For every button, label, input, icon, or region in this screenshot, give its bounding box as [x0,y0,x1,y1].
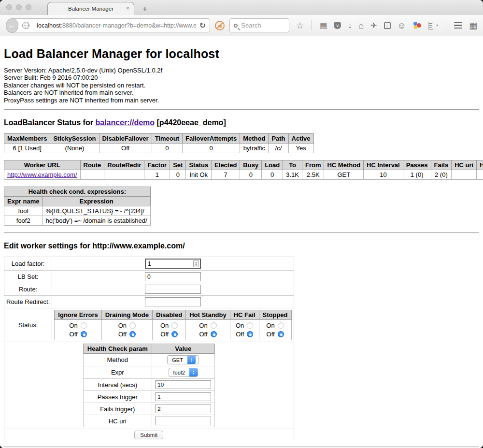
chevron-down-icon[interactable]: ▾ [436,23,438,28]
form-row-load-factor: Load factor: ▲▼ [4,257,294,271]
draining-mode-off-radio[interactable] [129,331,136,337]
param-label: Fails trigger) [83,403,152,415]
ignore-errors-off-radio[interactable] [81,331,87,337]
tab-balancer-manager[interactable]: Balancer Manager × [47,2,134,15]
battery-extension-icon[interactable] [428,22,433,29]
column-header: From [302,160,324,170]
stopped-on-radio[interactable] [278,322,284,329]
column-header: DisableFailover [99,134,152,144]
toolbar-divider [312,20,312,31]
load-factor-input[interactable] [145,259,201,269]
search-placeholder: Search [241,22,261,29]
selected-value: GET [168,356,187,364]
column-header: Method [240,134,269,144]
colored-dots-extension-icon[interactable] [413,22,421,29]
hc-fail-on-radio[interactable] [247,322,253,329]
pocket-icon[interactable]: ∨ [334,22,341,29]
form-row-route: Route: [4,283,294,296]
reload-icon[interactable]: ↻ [199,21,206,30]
param-label: HC uri [83,415,152,427]
bookmark-star-icon[interactable]: ☆ [296,22,304,29]
column-header: Worker URL [4,160,81,170]
column-header: Active [288,134,313,144]
new-tab-button[interactable]: + [142,5,147,13]
cell-timeout: 0 [152,144,182,153]
expr-select[interactable]: foof2▲▼ [169,368,198,377]
selected-value: foof2 [169,368,189,376]
passes-trigger-input[interactable] [155,392,211,401]
worker-table: Worker URL Route RouteRedir Factor Set S… [4,160,483,180]
stopped-off-radio[interactable] [278,331,284,337]
disabled-off-radio[interactable] [171,331,178,337]
tab-close-icon[interactable]: × [126,5,129,11]
info-line: Server Built: Feb 9 2016 07:00:20 [4,74,479,81]
balancer-demo-link[interactable]: balancer://demo [95,118,155,127]
cell-stickysession: (None) [50,144,99,153]
cell-path: /c/ [269,144,288,153]
lb-set-input[interactable] [145,272,201,281]
cell-from: 2.5K [302,170,324,180]
edit-worker-heading: Edit worker settings for http://www.exam… [4,242,479,250]
reading-list-icon[interactable]: ▤ [320,22,327,29]
expr-row: foof %{REQUEST_STATUS} =~ /^[234]/ [4,206,151,216]
form-row-route-redirect: Route Redirect: [4,296,294,308]
method-select[interactable]: GET▲▼ [167,355,199,364]
send-plane-icon[interactable]: ✈ [370,22,377,29]
ignore-errors-on-radio[interactable] [81,322,87,329]
hot-standby-off-radio[interactable] [211,331,217,337]
info-line: Server Version: Apache/2.5.0-dev (Unix) … [4,67,479,74]
draining-mode-on-radio[interactable] [129,322,136,329]
column-header: Status [186,160,212,170]
cell-expression: %{REQUEST_STATUS} =~ /^[234]/ [43,206,150,216]
window-close-button[interactable] [6,4,12,10]
content-block-icon[interactable] [215,21,225,30]
health-check-expressions-table: Health check cond. expressions: Expr nam… [4,187,151,226]
stepper-icon[interactable]: ▲▼ [193,260,199,267]
search-bar[interactable]: Search [229,18,289,32]
hc-fail-off-radio[interactable] [247,331,253,337]
radio-label: Off [199,331,207,338]
hc-uri-input[interactable] [155,417,211,425]
window-zoom-button[interactable] [26,4,31,10]
tab-title: Balancer Manager [68,6,114,12]
hc-row-interval: Interval (secs) [83,379,214,391]
radio-label: On [69,322,77,329]
status-column-header: Ignore Errors [55,310,101,320]
fails-trigger-input[interactable] [155,405,211,413]
disabled-on-radio[interactable] [171,322,178,329]
hot-standby-on-radio[interactable] [211,322,217,329]
route-input[interactable] [145,285,201,294]
panel-download-icon[interactable]: ↓ [384,22,391,29]
column-header: RouteRedir [104,160,144,170]
radio-label: On [160,322,169,329]
url-bar[interactable]: localhost:8880/balancer-manager?b=demo&w… [11,18,210,32]
hc-row-passes: Passes trigger [83,391,214,403]
info-line: Balancers are NOT inherited from main se… [4,89,479,96]
url-text[interactable]: localhost:8880/balancer-manager?b=demo&w… [37,22,196,29]
back-button[interactable]: ← [6,18,18,33]
select-arrows-icon: ▲▼ [189,368,198,376]
menu-icon[interactable] [454,22,462,29]
submit-button[interactable]: Submit [134,431,163,439]
column-header: Fails [431,160,452,170]
route-redirect-input[interactable] [145,297,201,306]
cell-failoverattempts: 0 [182,144,240,153]
balancer-status-table: MaxMembers StickySession DisableFailover… [4,133,314,153]
cell-disablefailover: Off [99,144,152,153]
window-minimize-button[interactable] [16,4,22,10]
column-header: Path [269,134,288,144]
column-header: Timeout [152,134,182,144]
worker-url-link[interactable]: http://www.example.com/ [7,171,77,178]
downloads-icon[interactable]: ↓ [348,22,352,29]
form-row-lb-set: LB Set: [4,271,294,283]
feedback-smiley-icon[interactable]: ☺ [398,22,406,29]
radio-label: Off [160,331,169,338]
column-header: MaxMembers [4,134,50,144]
home-icon[interactable]: ⌂ [358,22,364,29]
grid-panel-icon[interactable]: ▦ [469,22,477,29]
url-domain: localhost [37,22,60,29]
column-header: To [283,160,302,170]
worker-row: http://www.example.com/ 1 0 Init Ok 7 0 … [4,170,483,180]
interval-input[interactable] [155,380,211,389]
status-column-header: Disabled [152,310,185,320]
